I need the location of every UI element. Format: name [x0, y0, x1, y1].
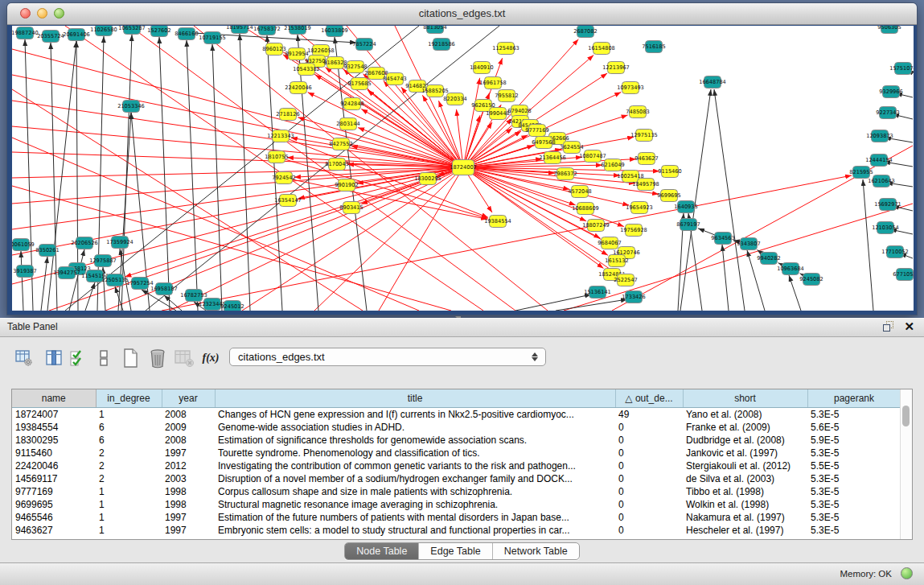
graph-node[interactable]: 16758372 — [253, 26, 281, 35]
graph-node[interactable]: 12103054 — [872, 222, 899, 234]
row-form-button[interactable] — [92, 345, 116, 371]
graph-node[interactable]: 12975135 — [630, 130, 658, 142]
graph-node[interactable]: 10688609 — [572, 203, 599, 215]
table-cell[interactable]: Yano et al. (2008) — [683, 408, 807, 422]
table-cell[interactable]: 6 — [96, 421, 162, 434]
graph-node[interactable]: 9463627 — [634, 153, 658, 165]
table-cell[interactable]: 2003 — [162, 472, 215, 485]
table-row[interactable]: 946554611997Estimation of the future num… — [12, 511, 901, 524]
table-vertical-scrollbar[interactable] — [900, 389, 912, 539]
graph-node[interactable]: 16958187 — [150, 283, 178, 295]
graph-node[interactable]: 16961758 — [479, 77, 507, 89]
table-row[interactable]: 946362711997Embryonic stem cells: a mode… — [12, 524, 901, 537]
table-cell[interactable]: Wolkin et al. (1998) — [683, 498, 807, 511]
graph-node[interactable]: 9699695 — [657, 190, 680, 202]
table-cell[interactable]: Disruption of a novel member of a sodium… — [215, 472, 615, 485]
graph-node[interactable]: 8960123 — [262, 43, 285, 56]
table-cell[interactable]: 49 — [615, 408, 683, 422]
tab-network-table[interactable]: Network Table — [492, 543, 579, 559]
table-cell[interactable]: 9699695 — [12, 498, 96, 511]
graph-node[interactable]: 1527602 — [147, 26, 170, 37]
close-panel-button[interactable]: ✕ — [904, 321, 914, 332]
column-header-short[interactable]: short — [683, 389, 807, 408]
graph-node[interactable]: 9227343 — [876, 107, 899, 119]
graph-node[interactable]: 16033809 — [321, 26, 348, 37]
graph-node[interactable]: 6216049 — [601, 159, 624, 171]
table-cell[interactable]: Stergiakouli et al. (2012) — [683, 459, 807, 472]
table-cell[interactable]: 1997 — [162, 511, 215, 524]
graph-node[interactable]: 8350261 — [35, 245, 59, 257]
window-titlebar[interactable]: citations_edges.txt — [7, 3, 917, 25]
graph-node[interactable]: 8813054 — [423, 26, 446, 34]
graph-node[interactable]: 20691406 — [63, 29, 90, 41]
table-cell[interactable]: Estimation of significance thresholds fo… — [215, 434, 615, 447]
graph-node[interactable]: 8466160 — [175, 28, 198, 40]
graph-node[interactable]: 8427552 — [329, 138, 352, 150]
column-header-year[interactable]: year — [162, 389, 215, 408]
column-visibility-button[interactable] — [42, 345, 66, 371]
graph-node[interactable]: 9940282 — [757, 253, 780, 265]
table-cell[interactable]: 2 — [96, 472, 162, 485]
table-cell[interactable]: 5.3E-5 — [807, 472, 901, 485]
graph-node[interactable]: 11026580 — [90, 26, 117, 36]
column-header-name[interactable]: name — [12, 389, 96, 408]
graph-node[interactable]: 20355724 — [37, 31, 64, 43]
graph-node[interactable]: 17710052 — [881, 246, 909, 258]
table-row[interactable]: 2242004622012Investigating the contribut… — [12, 459, 901, 472]
table-cell[interactable]: 1 — [96, 408, 162, 422]
graph-node[interactable]: 10973493 — [617, 82, 644, 94]
table-cell[interactable]: 9463627 — [12, 524, 96, 537]
graph-node[interactable]: 9506305 — [877, 26, 901, 34]
graph-node[interactable]: 18807249 — [582, 220, 610, 232]
table-cell[interactable]: 0 — [615, 472, 683, 485]
table-cell[interactable]: 0 — [615, 511, 683, 524]
table-cell[interactable]: 5.3E-5 — [807, 511, 901, 524]
table-cell[interactable]: Changes of HCN gene expression and I(f) … — [215, 408, 615, 422]
table-cell[interactable]: 2 — [96, 459, 162, 472]
column-header-pagerank[interactable]: pagerank — [807, 389, 901, 408]
table-row[interactable]: 977716911998Corpus callosum shape and si… — [12, 485, 901, 498]
graph-node[interactable]: 2803144 — [336, 118, 359, 130]
table-row[interactable]: 1938455462009Genome-wide association stu… — [12, 421, 901, 434]
table-cell[interactable]: 2012 — [162, 459, 215, 472]
table-cell[interactable]: Dudbridge et al. (2008) — [683, 434, 807, 447]
graph-node[interactable]: 8220334 — [443, 93, 466, 105]
table-cell[interactable]: 0 — [615, 485, 683, 498]
graph-node[interactable]: 9343807 — [737, 238, 760, 250]
table-cell[interactable]: Estimation of the future numbers of pati… — [215, 511, 615, 524]
graph-node[interactable]: 17359924 — [106, 237, 133, 249]
function-builder-button[interactable]: f(x) — [199, 345, 223, 371]
graph-node[interactable]: 1840910 — [470, 62, 493, 74]
table-cell[interactable]: 5.5E-5 — [807, 459, 901, 472]
table-cell[interactable]: Nakamura et al. (1997) — [683, 511, 807, 524]
graph-node[interactable]: 12975887 — [89, 255, 117, 267]
graph-node[interactable]: 19218586 — [428, 39, 455, 51]
graph-node[interactable]: 9115460 — [658, 166, 681, 178]
graph-node[interactable]: 12093873 — [866, 130, 893, 142]
graph-node[interactable]: 2522547 — [614, 274, 637, 286]
graph-node[interactable]: 6497568 — [532, 137, 555, 149]
table-cell[interactable]: 2008 — [162, 434, 215, 447]
table-cell[interactable]: 19384554 — [12, 421, 96, 434]
float-panel-button[interactable] — [883, 321, 894, 332]
table-cell[interactable]: 0 — [615, 447, 683, 459]
graph-node[interactable]: 2687082 — [573, 26, 597, 38]
column-header-out_de[interactable]: △ out_de... — [615, 389, 683, 408]
graph-node[interactable]: 4572048 — [568, 186, 591, 198]
table-cell[interactable]: Embryonic stem cells: a model to study s… — [215, 524, 615, 537]
table-cell[interactable]: 5.3E-5 — [807, 524, 901, 537]
table-cell[interactable]: 0 — [615, 524, 683, 537]
column-header-in_degree[interactable]: in_degree — [96, 389, 162, 408]
table-cell[interactable]: Structural magnetic resonance image aver… — [215, 498, 615, 511]
graph-node[interactable]: 7986372 — [553, 168, 577, 180]
graph-node[interactable]: 19887240 — [12, 27, 39, 39]
graph-node[interactable]: 9245012 — [220, 301, 244, 311]
table-cell[interactable]: 5.3E-5 — [807, 485, 901, 498]
table-cell[interactable]: 1997 — [162, 524, 215, 537]
graph-node[interactable]: 6771052 — [893, 269, 914, 281]
graph-node[interactable]: 9327548 — [343, 61, 367, 73]
graph-node[interactable]: 8903415 — [339, 202, 363, 214]
graph-node[interactable]: 8679197 — [676, 219, 700, 231]
graph-node[interactable]: 8170043 — [325, 159, 348, 171]
table-cell[interactable]: Tourette syndrome. Phenomenology and cla… — [215, 447, 615, 459]
